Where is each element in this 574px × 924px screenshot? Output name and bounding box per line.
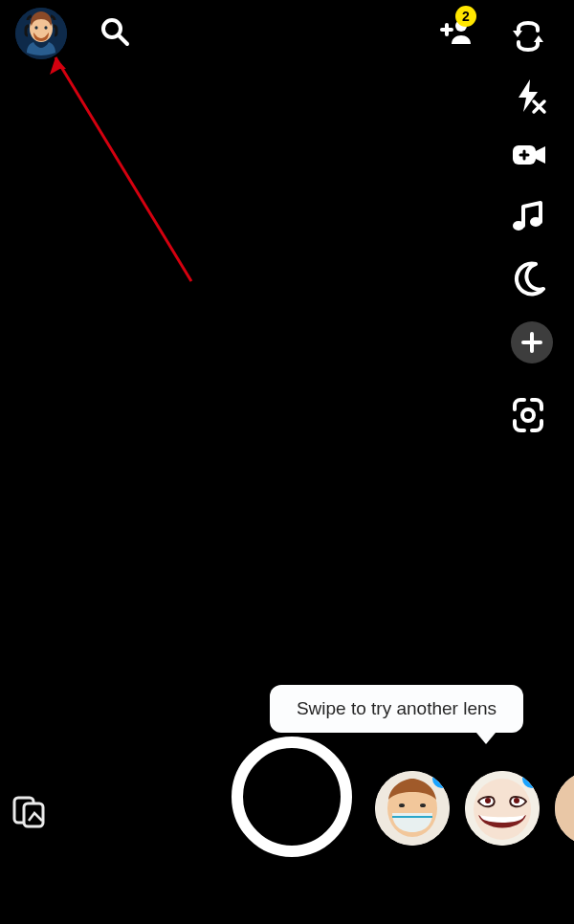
svg-marker-24 [50, 57, 63, 75]
night-mode-icon [509, 258, 547, 297]
new-lens-badge [522, 771, 540, 788]
svg-marker-23 [55, 57, 66, 69]
svg-point-3 [44, 26, 47, 30]
skin-lens-icon [555, 771, 574, 846]
more-tools-button[interactable] [511, 321, 553, 363]
notification-badge: 2 [455, 6, 476, 27]
svg-marker-10 [534, 35, 543, 42]
flash-toggle-button[interactable] [509, 77, 547, 115]
video-plus-icon [509, 136, 547, 174]
camera-screen: 2 [0, 0, 574, 924]
lens-hint-tooltip: Swipe to try another lens [270, 685, 523, 733]
search-button[interactable] [99, 16, 130, 47]
lens-option-3[interactable] [555, 771, 574, 846]
scan-icon [509, 396, 547, 434]
svg-point-18 [530, 217, 541, 227]
svg-point-35 [514, 798, 519, 803]
flip-camera-button[interactable] [509, 17, 547, 55]
plus-icon [519, 330, 544, 355]
svg-marker-11 [519, 79, 538, 112]
svg-point-29 [399, 803, 405, 807]
svg-point-34 [485, 798, 491, 803]
scan-button[interactable] [509, 396, 547, 434]
svg-point-33 [474, 779, 531, 840]
lens-hint-text: Swipe to try another lens [297, 698, 497, 719]
svg-line-22 [55, 57, 191, 281]
svg-point-30 [420, 803, 426, 807]
add-friend-button[interactable]: 2 [434, 15, 473, 48]
music-icon [509, 197, 547, 235]
bitmoji-avatar-icon [15, 8, 67, 59]
video-button[interactable] [509, 136, 547, 174]
memories-button[interactable] [11, 792, 48, 828]
svg-point-21 [522, 409, 534, 421]
svg-point-17 [513, 221, 524, 231]
search-icon [99, 16, 130, 47]
memories-icon [11, 792, 48, 828]
night-mode-button[interactable] [509, 258, 547, 297]
profile-avatar[interactable] [15, 8, 67, 59]
svg-marker-9 [513, 31, 522, 37]
svg-point-2 [34, 26, 37, 30]
lens-option-2[interactable] [465, 771, 540, 846]
new-lens-badge [432, 771, 450, 788]
flash-off-icon [509, 77, 547, 115]
shutter-button[interactable] [232, 737, 352, 857]
svg-rect-36 [555, 771, 574, 846]
svg-line-5 [119, 35, 127, 44]
music-button[interactable] [509, 197, 547, 235]
lens-option-1[interactable] [375, 771, 450, 846]
flip-camera-icon [509, 17, 547, 55]
